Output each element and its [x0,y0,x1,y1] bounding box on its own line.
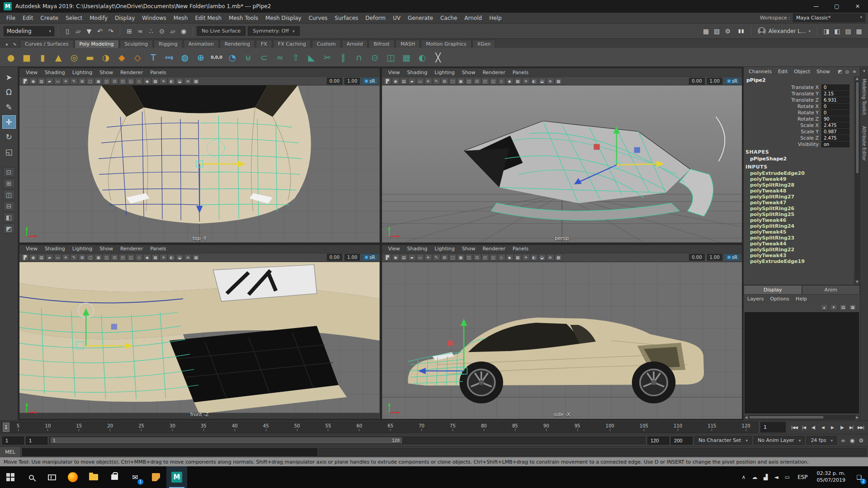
shelf-menu-icon[interactable]: ▾ [3,42,11,48]
menu-item[interactable]: Select [62,15,86,21]
scrollbar-thumb[interactable] [856,82,859,173]
grid-toggle-icon[interactable]: ⊞ [441,78,448,84]
film-gate-icon[interactable]: ▢ [86,254,94,261]
grid-toggle-icon[interactable]: ⊞ [441,254,448,261]
character-set-dropdown[interactable]: No Character Set ▾ [694,436,752,445]
snap-to-view-plane-icon[interactable]: ▱ [167,26,178,37]
input-node-item[interactable]: polySplitRing28 [744,182,854,188]
grid-toggle-icon[interactable]: ⊞ [78,254,86,261]
camera-attributes-icon[interactable]: ▤ [38,78,45,84]
channel-label[interactable]: Translate X [744,84,821,90]
extrude-icon[interactable]: ⇧ [288,50,303,65]
shelf-tab[interactable]: MASH [396,40,420,48]
snap-to-curve-icon[interactable]: ≈ [135,26,146,37]
new-scene-icon[interactable]: ▯ [62,26,73,37]
viewport-menu[interactable]: Renderer [117,70,146,75]
render-current-frame-icon[interactable]: ▩ [701,26,712,37]
menu-item[interactable]: Curves [305,15,331,21]
channel-box-menu[interactable]: Object [791,69,813,75]
safe-action-icon[interactable]: ◰ [481,78,489,84]
insert-edge-loop-icon[interactable]: ∥ [336,50,350,65]
hypershade-persp-layout-button[interactable]: ◩ [3,224,15,234]
mirror-icon[interactable]: ◫ [383,50,398,65]
current-frame-marker[interactable]: 1 [3,422,9,432]
menu-item[interactable]: Edit Mesh [191,15,225,21]
viewport-menu[interactable]: Panels [509,70,532,75]
sidebar-tab[interactable]: Modeling Toolkit [862,79,867,115]
camera-attributes-icon[interactable]: ▤ [38,254,45,261]
menu-item[interactable]: Help [486,15,505,21]
input-node-item[interactable]: polyTweak44 [744,241,854,247]
bookmark-icon[interactable]: ▰ [408,254,416,261]
safe-title-icon[interactable]: ◱ [490,254,497,261]
menu-item[interactable]: Generate [404,15,437,21]
step-back-frame-button[interactable]: |◀ [799,423,808,432]
scale-tool[interactable]: ◱ [2,145,16,159]
exposure-field[interactable]: 0.00 [689,78,704,84]
symmetry-dropdown[interactable]: Symmetry: Off ▾ [248,26,299,36]
current-time-field[interactable]: 1 [760,422,786,433]
poly-cone-icon[interactable]: ▲ [51,50,66,65]
snap-to-grid-icon[interactable]: ⊞ [124,26,135,37]
poly-cube-icon[interactable]: ■ [19,50,34,65]
viewport-menu[interactable]: Panels [509,246,532,252]
keyboard-icon[interactable]: ▭ [782,474,793,480]
viewport-menu[interactable]: Lighting [69,246,96,252]
step-forward-frame-button[interactable]: ▶| [847,423,856,432]
shelf-tab[interactable]: Custom [312,40,341,48]
smooth-icon[interactable]: ≈ [273,50,287,65]
sticky-notes-app[interactable] [146,466,166,488]
shelf-tab[interactable]: Rigging [154,40,183,48]
step-forward-key-button[interactable]: |▶ [837,423,846,432]
pin-channel-box-icon[interactable]: ◎ [844,69,851,74]
layer-editor-tab[interactable]: Anim [802,285,860,295]
lights-icon[interactable]: ☀ [522,254,530,261]
scroll-down-icon[interactable]: ▼ [856,279,858,285]
lock-camera-icon[interactable]: ◉ [392,78,400,84]
shadows-icon[interactable]: ◐ [168,78,175,84]
selected-object-name[interactable]: pPipe2 [744,76,854,84]
viewport-menu[interactable]: Renderer [479,70,509,75]
viewport-menu[interactable]: Shading [404,246,431,252]
animation-end-field[interactable] [671,436,693,445]
shelf-tab[interactable]: Sculpting [120,40,153,48]
menu-item[interactable]: UV [389,15,404,21]
workspace-dropdown[interactable]: Maya Classic* ▾ [793,14,865,22]
undo-icon[interactable]: ↶ [94,26,105,37]
viewport-menu[interactable]: View [385,70,404,75]
shaded-mode-icon[interactable]: ◆ [506,254,514,261]
gate-mask-icon[interactable]: ◫ [103,254,110,261]
motion-blur-icon[interactable]: ≡ [547,254,554,261]
select-camera-icon[interactable]: ▛ [21,254,29,261]
poly-plane-icon[interactable]: ▬ [83,50,97,65]
viewport-menu[interactable]: Show [96,246,117,252]
viewport-menu[interactable]: Panels [146,246,170,252]
rotate-tool[interactable]: ↻ [2,130,16,144]
camera-attributes-icon[interactable]: ▤ [400,78,408,84]
shelf-tab[interactable]: XGen [472,40,496,48]
menu-item[interactable]: Windows [138,15,170,21]
safe-title-icon[interactable]: ◱ [127,78,135,84]
viewport-canvas-persp[interactable]: persp [382,85,742,243]
shelf-tab[interactable]: Curves / Surfaces [20,40,74,48]
range-slider-track[interactable]: 1 120 [49,436,646,444]
safe-action-icon[interactable]: ◰ [481,254,489,261]
go-to-end-button[interactable]: ▶▶| [856,423,865,432]
lock-camera-icon[interactable]: ◉ [29,78,37,84]
shadows-icon[interactable]: ◐ [530,254,538,261]
shelf-tab[interactable]: Arnold [342,40,368,48]
shadows-icon[interactable]: ◐ [530,78,538,84]
gamma-field[interactable]: 1.00 [344,254,360,261]
2d-pan-zoom-icon[interactable]: ✛ [425,254,432,261]
render-settings-icon[interactable]: ⚙ [722,26,733,37]
channel-value-field[interactable]: 6.931 [821,97,849,103]
gate-mask-icon[interactable]: ◫ [465,254,473,261]
image-plane-icon[interactable]: ▭ [416,254,424,261]
play-forwards-button[interactable]: ▶ [828,423,837,432]
poly-torus-icon[interactable]: ◎ [67,50,81,65]
new-layer-icon[interactable]: ▦ [849,304,856,310]
viewport-menu[interactable]: Show [458,246,479,252]
move-layer-up-icon[interactable]: ▴ [821,304,828,310]
wireframe-mode-icon[interactable]: ◇ [135,254,143,261]
color-management-chip[interactable]: sR [725,254,740,261]
